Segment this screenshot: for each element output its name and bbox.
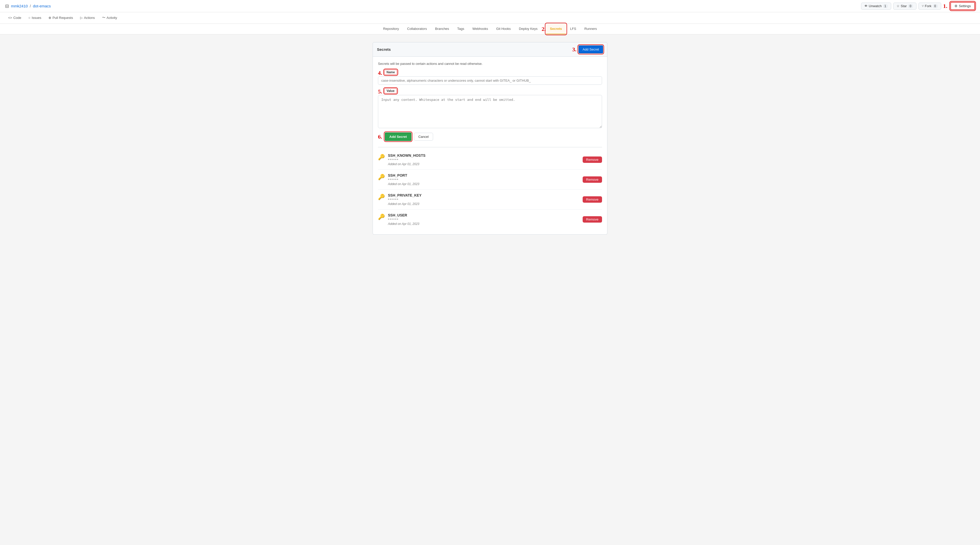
cancel-button[interactable]: Cancel — [414, 133, 433, 141]
secret-dots-2: ****** — [388, 198, 422, 202]
unwatch-button[interactable]: 👁 Unwatch 1 — [861, 3, 891, 10]
settings-nav-githooks[interactable]: Git Hooks — [492, 24, 515, 34]
repo-icon: ⊟ — [5, 3, 9, 9]
key-icon-3: 🔑 — [378, 214, 385, 220]
secrets-description: Secrets will be passed to certain action… — [378, 62, 602, 65]
nav-code[interactable]: <> Code — [5, 13, 24, 23]
section-title: Secrets — [377, 47, 391, 51]
annotation-3: 3. — [572, 46, 576, 53]
remove-button-0[interactable]: Remove — [583, 156, 602, 163]
activity-icon: 〜 — [102, 15, 105, 20]
nav-code-label: Code — [13, 16, 21, 20]
secret-name-3: SSH_USER — [388, 213, 419, 217]
settings-nav-deploykeys[interactable]: Deploy Keys — [515, 24, 542, 34]
issues-icon: ○ — [28, 16, 30, 20]
actions-icon: ▷ — [80, 16, 83, 20]
secret-date-2: Added on Apr 01, 2023 — [388, 202, 422, 206]
secret-item-3: 🔑 SSH_USER ****** Added on Apr 01, 2023 … — [378, 210, 602, 229]
nav-activity-label: Activity — [107, 16, 117, 20]
top-bar: ⊟ mmk2410 / dot-emacs 👁 Unwatch 1 ☆ Star… — [0, 0, 980, 12]
star-icon: ☆ — [897, 4, 900, 8]
settings-nav-branches[interactable]: Branches — [431, 24, 453, 34]
name-input[interactable] — [378, 76, 602, 85]
star-count: 0 — [908, 4, 913, 8]
nav-activity[interactable]: 〜 Activity — [99, 12, 120, 24]
repo-info: ⊟ mmk2410 / dot-emacs — [5, 3, 51, 9]
add-secret-header-button[interactable]: Add Secret — [579, 45, 603, 53]
settings-nav-runners[interactable]: Runners — [580, 24, 601, 34]
section-body: Secrets will be passed to certain action… — [372, 57, 608, 234]
secret-name-2: SSH_PRIVATE_KEY — [388, 193, 422, 197]
settings-nav-lfs[interactable]: LFS — [566, 24, 580, 34]
secret-item-0: 🔑 SSH_KNOWN_HOSTS ****** Added on Apr 01… — [378, 150, 602, 170]
value-form-group: 5. Value — [378, 88, 602, 129]
pr-icon: ⊕ — [48, 16, 51, 20]
value-label: Value — [384, 88, 397, 93]
remove-button-2[interactable]: Remove — [583, 196, 602, 203]
settings-button[interactable]: ⚙ Settings — [950, 2, 975, 10]
value-textarea[interactable] — [378, 95, 602, 128]
secret-date-1: Added on Apr 01, 2023 — [388, 182, 419, 186]
remove-button-3[interactable]: Remove — [583, 216, 602, 223]
fork-button[interactable]: ⑂ Fork 0 — [918, 3, 941, 10]
key-icon-0: 🔑 — [378, 154, 385, 161]
nav-issues-label: Issues — [32, 16, 41, 20]
secret-left-2: 🔑 SSH_PRIVATE_KEY ****** Added on Apr 01… — [378, 193, 422, 206]
secret-date-0: Added on Apr 01, 2023 — [388, 163, 425, 166]
nav-actions[interactable]: ▷ Actions — [77, 13, 98, 23]
repo-owner-link[interactable]: mmk2410 — [11, 4, 28, 8]
secret-list: 🔑 SSH_KNOWN_HOSTS ****** Added on Apr 01… — [378, 147, 602, 229]
remove-button-1[interactable]: Remove — [583, 176, 602, 183]
secret-info-0: SSH_KNOWN_HOSTS ****** Added on Apr 01, … — [388, 153, 425, 166]
code-icon: <> — [8, 16, 12, 20]
nav-bar: <> Code ○ Issues ⊕ Pull Requests ▷ Actio… — [0, 12, 980, 24]
annotation-5: 5. — [378, 88, 382, 95]
key-icon-1: 🔑 — [378, 174, 385, 180]
nav-issues[interactable]: ○ Issues — [25, 13, 44, 23]
main-content: Secrets 3. Add Secret Secrets will be pa… — [368, 42, 612, 234]
unwatch-label: Unwatch — [869, 4, 882, 8]
repo-separator: / — [30, 4, 31, 8]
star-label: Star — [900, 4, 907, 8]
secret-info-1: SSH_PORT ****** Added on Apr 01, 2023 — [388, 173, 419, 186]
secret-dots-3: ****** — [388, 218, 419, 222]
settings-nav: Repository Collaborators Branches Tags W… — [0, 24, 980, 35]
fork-label: Fork — [925, 4, 932, 8]
annotation-6: 6. — [378, 134, 382, 140]
secret-name-0: SSH_KNOWN_HOSTS — [388, 153, 425, 158]
nav-pr-label: Pull Requests — [52, 16, 73, 20]
unwatch-count: 1 — [883, 4, 888, 8]
name-form-group: 4. Name — [378, 70, 602, 85]
name-label: Name — [384, 70, 397, 75]
add-secret-form-button[interactable]: Add Secret — [385, 132, 412, 141]
secret-item-1: 🔑 SSH_PORT ****** Added on Apr 01, 2023 … — [378, 170, 602, 190]
star-button[interactable]: ☆ Star 0 — [893, 3, 916, 10]
secret-left-0: 🔑 SSH_KNOWN_HOSTS ****** Added on Apr 01… — [378, 153, 425, 166]
secret-info-3: SSH_USER ****** Added on Apr 01, 2023 — [388, 213, 419, 226]
secret-name-1: SSH_PORT — [388, 173, 419, 177]
settings-nav-webhooks[interactable]: Webhooks — [468, 24, 492, 34]
eye-icon: 👁 — [864, 4, 868, 8]
annotation-2: 2. — [542, 26, 546, 32]
secret-info-2: SSH_PRIVATE_KEY ****** Added on Apr 01, … — [388, 193, 422, 206]
settings-nav-secrets[interactable]: Secrets — [546, 24, 566, 34]
settings-nav-tags[interactable]: Tags — [453, 24, 468, 34]
secret-left-3: 🔑 SSH_USER ****** Added on Apr 01, 2023 — [378, 213, 419, 226]
settings-icon: ⚙ — [955, 4, 958, 8]
annotation-4: 4. — [378, 70, 382, 76]
fork-count: 0 — [932, 4, 938, 8]
settings-label: Settings — [959, 4, 971, 8]
settings-nav-repository[interactable]: Repository — [379, 24, 403, 34]
nav-actions-label: Actions — [84, 16, 95, 20]
section-header: Secrets 3. Add Secret — [372, 42, 608, 57]
top-actions: 👁 Unwatch 1 ☆ Star 0 ⑂ Fork 0 1. ⚙ Setti… — [861, 2, 975, 10]
secret-date-3: Added on Apr 01, 2023 — [388, 222, 419, 226]
settings-nav-collaborators[interactable]: Collaborators — [403, 24, 431, 34]
nav-pullrequests[interactable]: ⊕ Pull Requests — [45, 13, 76, 23]
repo-name-link[interactable]: dot-emacs — [33, 4, 51, 8]
secret-item-2: 🔑 SSH_PRIVATE_KEY ****** Added on Apr 01… — [378, 190, 602, 210]
annotation-1: 1. — [943, 3, 948, 10]
key-icon-2: 🔑 — [378, 194, 385, 201]
secret-left-1: 🔑 SSH_PORT ****** Added on Apr 01, 2023 — [378, 173, 419, 186]
secret-dots-0: ****** — [388, 158, 425, 162]
